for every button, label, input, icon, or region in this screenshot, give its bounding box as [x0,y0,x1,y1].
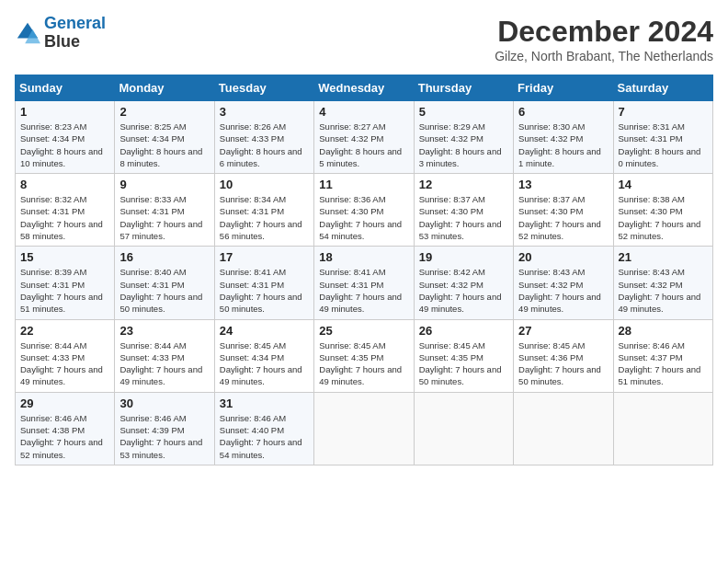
day-number: 30 [119,396,209,410]
day-info: Sunrise: 8:41 AM Sunset: 4:31 PM Dayligh… [220,266,309,315]
day-info: Sunrise: 8:37 AM Sunset: 4:30 PM Dayligh… [419,193,508,242]
calendar-cell: 12 Sunrise: 8:37 AM Sunset: 4:30 PM Dayl… [414,174,513,247]
calendar-cell: 2 Sunrise: 8:25 AM Sunset: 4:34 PM Dayli… [115,101,214,174]
day-number: 28 [619,324,708,338]
calendar-cell: 22 Sunrise: 8:44 AM Sunset: 4:33 PM Dayl… [16,319,115,392]
day-number: 29 [20,396,109,410]
day-number: 16 [119,250,209,264]
day-number: 13 [518,178,608,191]
header-saturday: Saturday [613,75,712,101]
calendar-cell: 26 Sunrise: 8:45 AM Sunset: 4:35 PM Dayl… [414,319,513,392]
calendar-cell: 24 Sunrise: 8:45 AM Sunset: 4:34 PM Dayl… [214,319,313,392]
calendar-table: SundayMondayTuesdayWednesdayThursdayFrid… [15,75,713,465]
day-info: Sunrise: 8:36 AM Sunset: 4:30 PM Dayligh… [319,193,408,242]
main-title: December 2024 [495,15,713,49]
calendar-header-row: SundayMondayTuesdayWednesdayThursdayFrid… [16,75,713,101]
day-number: 21 [619,250,708,264]
day-number: 23 [119,324,209,338]
day-info: Sunrise: 8:43 AM Sunset: 4:32 PM Dayligh… [619,266,708,315]
calendar-cell: 14 Sunrise: 8:38 AM Sunset: 4:30 PM Dayl… [613,174,712,247]
day-number: 11 [319,178,408,191]
day-info: Sunrise: 8:38 AM Sunset: 4:30 PM Dayligh… [619,193,708,242]
day-info: Sunrise: 8:26 AM Sunset: 4:33 PM Dayligh… [220,121,309,169]
day-number: 1 [20,105,109,119]
day-number: 2 [119,105,209,119]
calendar-cell: 28 Sunrise: 8:46 AM Sunset: 4:37 PM Dayl… [613,319,712,392]
day-info: Sunrise: 8:46 AM Sunset: 4:38 PM Dayligh… [20,412,109,461]
logo-text: GeneralBlue [44,15,106,52]
header-wednesday: Wednesday [314,75,414,101]
header-friday: Friday [514,75,613,101]
day-info: Sunrise: 8:45 AM Sunset: 4:36 PM Dayligh… [518,339,608,388]
header-sunday: Sunday [16,75,115,101]
day-number: 6 [518,105,608,119]
day-number: 5 [419,105,508,119]
calendar-cell: 5 Sunrise: 8:29 AM Sunset: 4:32 PM Dayli… [414,101,513,174]
calendar-cell [613,392,712,465]
calendar-cell: 20 Sunrise: 8:43 AM Sunset: 4:32 PM Dayl… [514,247,613,319]
calendar-week-row: 29 Sunrise: 8:46 AM Sunset: 4:38 PM Dayl… [16,392,713,465]
calendar-cell: 25 Sunrise: 8:45 AM Sunset: 4:35 PM Dayl… [314,319,414,392]
header-monday: Monday [115,75,214,101]
calendar-week-row: 1 Sunrise: 8:23 AM Sunset: 4:34 PM Dayli… [16,101,713,174]
day-number: 3 [220,105,309,119]
day-info: Sunrise: 8:33 AM Sunset: 4:31 PM Dayligh… [119,193,209,242]
calendar-cell: 6 Sunrise: 8:30 AM Sunset: 4:32 PM Dayli… [514,101,613,174]
day-number: 7 [619,105,708,119]
logo: GeneralBlue [15,15,106,52]
day-number: 4 [319,105,408,119]
day-info: Sunrise: 8:29 AM Sunset: 4:32 PM Dayligh… [419,121,508,169]
calendar-cell: 13 Sunrise: 8:37 AM Sunset: 4:30 PM Dayl… [514,174,613,247]
calendar-week-row: 15 Sunrise: 8:39 AM Sunset: 4:31 PM Dayl… [16,247,713,319]
day-info: Sunrise: 8:25 AM Sunset: 4:34 PM Dayligh… [119,121,209,169]
day-info: Sunrise: 8:30 AM Sunset: 4:32 PM Dayligh… [518,121,608,169]
calendar-cell: 9 Sunrise: 8:33 AM Sunset: 4:31 PM Dayli… [115,174,214,247]
day-info: Sunrise: 8:31 AM Sunset: 4:31 PM Dayligh… [619,121,708,169]
logo-icon [15,20,40,46]
calendar-cell: 7 Sunrise: 8:31 AM Sunset: 4:31 PM Dayli… [613,101,712,174]
day-info: Sunrise: 8:45 AM Sunset: 4:35 PM Dayligh… [419,339,508,388]
day-info: Sunrise: 8:46 AM Sunset: 4:39 PM Dayligh… [119,412,209,461]
calendar-cell [314,392,414,465]
day-info: Sunrise: 8:45 AM Sunset: 4:35 PM Dayligh… [319,339,408,388]
calendar-cell: 23 Sunrise: 8:44 AM Sunset: 4:33 PM Dayl… [115,319,214,392]
day-info: Sunrise: 8:46 AM Sunset: 4:37 PM Dayligh… [619,339,708,388]
calendar-cell [514,392,613,465]
subtitle: Gilze, North Brabant, The Netherlands [495,49,713,63]
calendar-cell: 21 Sunrise: 8:43 AM Sunset: 4:32 PM Dayl… [613,247,712,319]
day-info: Sunrise: 8:32 AM Sunset: 4:31 PM Dayligh… [20,193,109,242]
calendar-cell: 17 Sunrise: 8:41 AM Sunset: 4:31 PM Dayl… [214,247,313,319]
day-number: 17 [220,250,309,264]
calendar-cell: 3 Sunrise: 8:26 AM Sunset: 4:33 PM Dayli… [214,101,313,174]
day-info: Sunrise: 8:23 AM Sunset: 4:34 PM Dayligh… [20,121,109,169]
day-number: 24 [220,324,309,338]
calendar-cell: 19 Sunrise: 8:42 AM Sunset: 4:32 PM Dayl… [414,247,513,319]
day-number: 26 [419,324,508,338]
day-info: Sunrise: 8:44 AM Sunset: 4:33 PM Dayligh… [119,339,209,388]
calendar-cell: 29 Sunrise: 8:46 AM Sunset: 4:38 PM Dayl… [16,392,115,465]
day-number: 8 [20,178,109,191]
day-info: Sunrise: 8:41 AM Sunset: 4:31 PM Dayligh… [319,266,408,315]
calendar-week-row: 8 Sunrise: 8:32 AM Sunset: 4:31 PM Dayli… [16,174,713,247]
day-number: 14 [619,178,708,191]
day-info: Sunrise: 8:43 AM Sunset: 4:32 PM Dayligh… [518,266,608,315]
title-block: December 2024 Gilze, North Brabant, The … [495,15,713,63]
day-info: Sunrise: 8:34 AM Sunset: 4:31 PM Dayligh… [220,193,309,242]
calendar-cell: 18 Sunrise: 8:41 AM Sunset: 4:31 PM Dayl… [314,247,414,319]
day-number: 18 [319,250,408,264]
day-info: Sunrise: 8:37 AM Sunset: 4:30 PM Dayligh… [518,193,608,242]
day-info: Sunrise: 8:44 AM Sunset: 4:33 PM Dayligh… [20,339,109,388]
calendar-cell: 10 Sunrise: 8:34 AM Sunset: 4:31 PM Dayl… [214,174,313,247]
calendar-cell: 30 Sunrise: 8:46 AM Sunset: 4:39 PM Dayl… [115,392,214,465]
day-number: 22 [20,324,109,338]
calendar-cell: 11 Sunrise: 8:36 AM Sunset: 4:30 PM Dayl… [314,174,414,247]
calendar-cell: 27 Sunrise: 8:45 AM Sunset: 4:36 PM Dayl… [514,319,613,392]
day-number: 12 [419,178,508,191]
day-info: Sunrise: 8:27 AM Sunset: 4:32 PM Dayligh… [319,121,408,169]
day-number: 15 [20,250,109,264]
day-number: 9 [119,178,209,191]
day-info: Sunrise: 8:39 AM Sunset: 4:31 PM Dayligh… [20,266,109,315]
calendar-week-row: 22 Sunrise: 8:44 AM Sunset: 4:33 PM Dayl… [16,319,713,392]
day-number: 31 [220,396,309,410]
day-number: 19 [419,250,508,264]
